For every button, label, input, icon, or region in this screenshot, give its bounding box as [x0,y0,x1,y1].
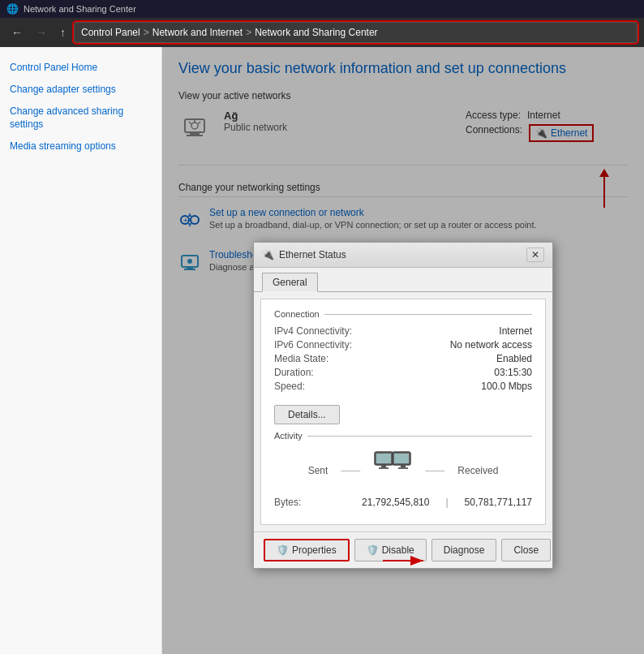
activity-visual: Sent —— [274,450,532,490]
svg-rect-25 [398,467,408,469]
breadcrumb-sep-2: > [246,27,251,38]
main-container: Control Panel Home Change adapter settin… [0,47,644,654]
dialog-title-text: Ethernet Status [279,249,346,260]
sidebar: Control Panel Home Change adapter settin… [0,47,162,654]
dialog-close-button[interactable]: Close [501,539,551,561]
sidebar-adapter-settings[interactable]: Change adapter settings [0,79,161,101]
sidebar-advanced-sharing[interactable]: Change advanced sharingsettings [0,101,161,136]
svg-rect-20 [381,465,386,467]
sent-bytes: 21,792,545,810 [362,497,429,508]
bytes-separator: | [445,497,448,508]
breadcrumb-network-internet[interactable]: Network and Internet [152,27,243,38]
breadcrumb-current: Network and Sharing Center [255,27,377,38]
title-bar-text: Network and Sharing Center [24,4,136,14]
bytes-label: Bytes: [274,497,301,508]
connection-section-label: Connection [274,309,532,319]
activity-section: Activity Sent —— [274,431,532,508]
title-bar-icon: 🌐 [6,3,19,15]
duration-label: Duration: [274,367,314,378]
address-bar[interactable]: Control Panel > Network and Internet > N… [74,22,638,43]
breadcrumb-sep-1: > [144,27,149,38]
properties-label: Properties [292,544,337,556]
received-bytes: 50,781,771,117 [465,497,532,508]
sidebar-media-streaming[interactable]: Media streaming options [0,136,161,157]
back-button[interactable]: ← [6,23,28,42]
media-state-row: Media State: Enabled [274,353,532,364]
title-bar: 🌐 Network and Sharing Center [0,0,644,18]
svg-rect-19 [376,454,391,463]
svg-rect-24 [401,465,406,467]
properties-icon: 🛡️ [277,544,289,556]
ipv6-label: IPv6 Connectivity: [274,339,352,351]
sidebar-control-panel-home[interactable]: Control Panel Home [0,57,161,79]
media-state-label: Media State: [274,353,328,364]
nav-bar: ← → ↑ Control Panel > Network and Intern… [0,18,644,47]
sent-label: Sent [308,465,328,476]
svg-rect-21 [379,467,389,469]
dialog-title-bar: 🔌 Ethernet Status ✕ [254,243,552,268]
diagnose-button[interactable]: Diagnose [431,539,497,561]
speed-label: Speed: [274,381,305,392]
details-button[interactable]: Details... [274,405,340,424]
ipv4-label: IPv4 Connectivity: [274,325,352,337]
activity-computer-icon [373,450,412,490]
dialog-close-x-button[interactable]: ✕ [526,247,544,262]
up-button[interactable]: ↑ [55,23,71,42]
activity-dashes-left: —— [341,465,360,476]
activity-dashes-right: —— [425,465,444,476]
dialog-content: Connection IPv4 Connectivity: Internet I… [260,299,546,525]
connection-info-grid: IPv4 Connectivity: Internet IPv6 Connect… [274,325,532,392]
media-state-value: Enabled [496,353,532,364]
ipv6-row: IPv6 Connectivity: No network access [274,339,532,351]
ipv6-value: No network access [450,339,532,351]
disable-icon: 🛡️ [367,544,379,556]
dialog-title-icon: 🔌 [262,249,274,260]
dialog-tab-bar: General [254,268,552,292]
bytes-values: 21,792,545,810 | 50,781,771,117 [362,497,532,508]
received-label: Received [457,465,498,476]
properties-button[interactable]: 🛡️ Properties [264,539,350,561]
ipv4-row: IPv4 Connectivity: Internet [274,325,532,337]
dialog-tab-general[interactable]: General [262,273,318,292]
ethernet-status-dialog: 🔌 Ethernet Status ✕ General Connection I… [253,242,553,569]
properties-arrow-annotation [383,553,431,571]
ipv4-value: Internet [499,325,532,337]
speed-row: Speed: 100.0 Mbps [274,381,532,392]
speed-value: 100.0 Mbps [481,381,532,392]
forward-button[interactable]: → [31,23,52,42]
duration-row: Duration: 03:15:30 [274,367,532,378]
modal-overlay: 🔌 Ethernet Status ✕ General Connection I… [162,47,644,654]
activity-section-label: Activity [274,431,532,441]
dialog-title-left: 🔌 Ethernet Status [262,249,346,260]
diagnose-label: Diagnose [444,544,485,556]
svg-rect-23 [394,454,409,463]
activity-bytes-row: Bytes: 21,792,545,810 | 50,781,771,117 [274,497,532,508]
content-area: View your basic network information and … [162,47,644,654]
duration-value: 03:15:30 [494,367,532,378]
breadcrumb-control-panel[interactable]: Control Panel [81,27,140,38]
